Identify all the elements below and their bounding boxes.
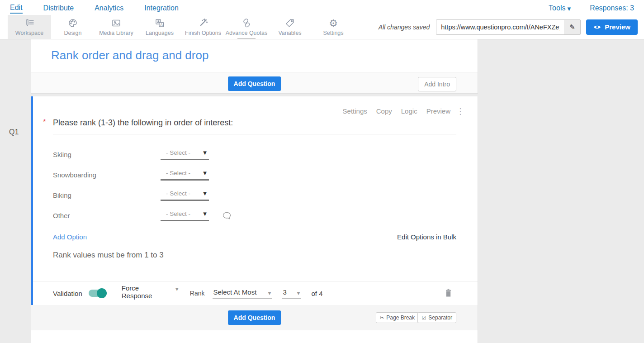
preview-button[interactable]: Preview — [586, 19, 638, 35]
survey-editor-column: Rank order and drag and drop Add Questio… — [31, 39, 478, 343]
survey-url-group: ✎ — [436, 19, 581, 35]
chevron-down-icon: ▼ — [203, 150, 207, 155]
chevron-down-icon: ▼ — [567, 6, 571, 11]
rank-select-skiing[interactable]: - Select - ▼ — [161, 149, 209, 160]
force-response-select[interactable]: Force Response ▼ — [121, 284, 180, 302]
survey-url-input[interactable] — [436, 20, 564, 34]
option-rows: Skiing - Select - ▼ Snowboarding - Selec… — [53, 144, 478, 226]
toolbar-item-advance-quotas[interactable]: Advance Quotas — [225, 15, 268, 39]
chevron-down-icon: ▼ — [203, 191, 207, 196]
chevron-down-icon: ▼ — [268, 291, 271, 295]
comment-bubble-icon[interactable] — [223, 212, 231, 219]
nav-tab-integration[interactable]: Integration — [144, 2, 179, 13]
option-label[interactable]: Skiing — [53, 151, 161, 158]
nav-tab-analytics[interactable]: Analytics — [95, 2, 123, 13]
add-question-button-bottom[interactable]: Add Question — [228, 310, 281, 325]
option-row: Snowboarding - Select - ▼ — [53, 165, 478, 185]
rank-hint-text: Rank values must be from 1 to 3 — [53, 251, 478, 260]
option-label[interactable]: Biking — [53, 191, 161, 199]
languages-icon: A — [154, 18, 165, 29]
add-question-button-top[interactable]: Add Question — [228, 76, 281, 91]
edit-options-bulk-link[interactable]: Edit Options in Bulk — [397, 233, 456, 241]
separator-button[interactable]: ☑ Separator — [417, 312, 456, 323]
trash-icon[interactable] — [445, 289, 452, 299]
toolbar-item-settings[interactable]: ⚙ Settings — [312, 15, 355, 39]
rank-label: Rank — [190, 290, 205, 297]
option-label[interactable]: Snowboarding — [53, 171, 161, 179]
rank-select-snowboarding[interactable]: - Select - ▼ — [161, 170, 209, 181]
svg-text:A: A — [160, 23, 163, 27]
finish-options-icon — [198, 18, 208, 29]
rank-value-select[interactable]: 3 ▼ — [282, 288, 301, 299]
validation-row: Validation Force Response ▼ Rank Select … — [33, 281, 478, 305]
question-card: Settings Copy Logic Preview ⋮ * Please r… — [31, 96, 478, 305]
toolbar-item-design[interactable]: Design — [51, 15, 95, 39]
tools-menu[interactable]: Tools▼ — [549, 2, 571, 13]
survey-title[interactable]: Rank order and drag and drop — [51, 48, 478, 62]
chevron-down-icon: ▼ — [203, 211, 207, 216]
nav-tab-edit[interactable]: Edit — [10, 2, 23, 14]
rank-rule-select[interactable]: Select At Most ▼ — [213, 288, 272, 299]
validation-label: Validation — [53, 290, 82, 297]
validation-toggle[interactable] — [89, 290, 106, 297]
top-nav-bar: Edit Distribute Analytics Integration To… — [0, 0, 644, 15]
editor-toolbar: Workspace Design Media Library A Languag… — [0, 15, 644, 39]
page-break-button[interactable]: ✂ Page Break — [376, 312, 419, 323]
variables-icon — [284, 18, 295, 29]
question-text: Please rank (1-3) the following in order… — [53, 118, 233, 127]
question-copy-link[interactable]: Copy — [376, 107, 392, 115]
design-icon — [67, 18, 78, 29]
edit-url-icon[interactable]: ✎ — [564, 20, 580, 34]
nav-tab-distribute[interactable]: Distribute — [43, 2, 74, 13]
next-page-card — [31, 330, 478, 343]
chevron-down-icon: ▼ — [297, 291, 300, 295]
option-row: Biking - Select - ▼ — [53, 185, 478, 205]
toolbar-item-languages[interactable]: A Languages — [138, 15, 181, 39]
toolbar-item-variables[interactable]: Variables — [268, 15, 312, 39]
question-preview-link[interactable]: Preview — [426, 107, 450, 115]
question-number-label: Q1 — [9, 128, 19, 136]
question-text-field[interactable]: Please rank (1-3) the following in order… — [53, 118, 456, 134]
question-logic-link[interactable]: Logic — [401, 107, 417, 115]
option-label[interactable]: Other — [53, 212, 161, 219]
advance-quotas-underline — [237, 38, 256, 39]
option-row: Skiing - Select - ▼ — [53, 144, 478, 165]
toolbar-item-workspace[interactable]: Workspace — [8, 15, 51, 39]
add-question-strip-bottom: Add Question ✂ Page Break ☑ Separator — [31, 305, 478, 330]
add-option-link[interactable]: Add Option — [53, 233, 87, 241]
advance-quotas-icon — [241, 18, 252, 29]
option-row: Other - Select - ▼ — [53, 205, 478, 226]
scissors-icon: ✂ — [380, 315, 384, 321]
eye-icon — [593, 24, 601, 30]
add-intro-button[interactable]: Add Intro — [418, 77, 456, 91]
toggle-knob — [97, 288, 107, 298]
chevron-down-icon: ▼ — [203, 171, 207, 176]
settings-icon: ⚙ — [329, 18, 338, 29]
media-library-icon — [111, 18, 122, 29]
chevron-down-icon: ▼ — [175, 287, 179, 291]
rank-select-biking[interactable]: - Select - ▼ — [161, 190, 209, 201]
workspace-icon — [24, 18, 35, 29]
checkbox-checked-icon: ☑ — [421, 315, 426, 321]
responses-link[interactable]: Responses: 3 — [590, 2, 634, 13]
toolbar-item-media-library[interactable]: Media Library — [95, 15, 138, 39]
of-total-label: of 4 — [311, 290, 322, 297]
toolbar-item-finish-options[interactable]: Finish Options — [181, 15, 225, 39]
save-status-text: All changes saved — [379, 24, 430, 31]
rank-select-other[interactable]: - Select - ▼ — [161, 210, 209, 221]
add-question-strip-top: Add Question Add Intro — [31, 72, 478, 94]
survey-title-card: Rank order and drag and drop — [31, 39, 478, 72]
question-settings-link[interactable]: Settings — [343, 107, 367, 115]
kebab-menu-icon[interactable]: ⋮ — [456, 106, 465, 116]
required-asterisk: * — [43, 118, 53, 126]
